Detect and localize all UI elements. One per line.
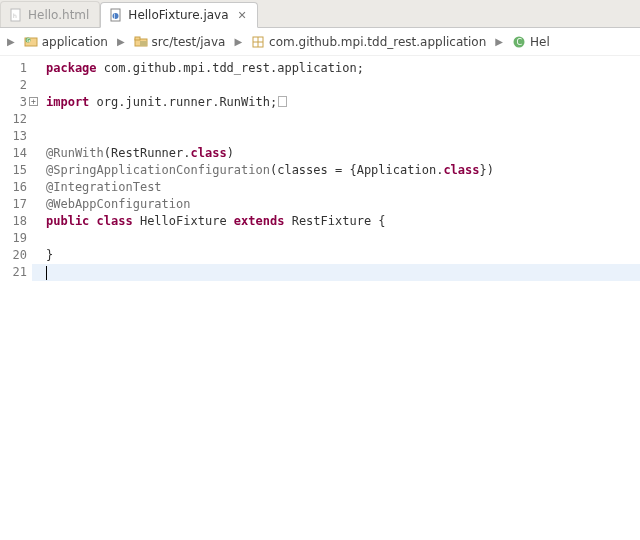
code-line[interactable]: @RunWith(RestRunner.class) [46, 145, 640, 162]
class-icon: C [512, 35, 526, 49]
folded-imports-indicator[interactable] [278, 96, 287, 107]
close-icon[interactable]: ✕ [238, 9, 247, 22]
chevron-right-icon[interactable]: ▶ [4, 36, 18, 47]
svg-rect-9 [135, 37, 140, 40]
code-line[interactable] [46, 77, 640, 94]
code-line[interactable] [46, 230, 640, 247]
svg-rect-10 [140, 41, 147, 46]
code-content[interactable]: package com.github.mpi.tdd_rest.applicat… [32, 56, 640, 540]
html-file-icon: h [9, 8, 23, 22]
code-editor[interactable]: 123+12131415161718192021 package com.git… [0, 56, 640, 540]
line-number: 18 [0, 213, 29, 230]
chevron-right-icon[interactable]: ▶ [231, 36, 245, 47]
line-number: 13 [0, 128, 29, 145]
tab-label: Hello.html [28, 8, 89, 22]
code-line[interactable]: public class HelloFixture extends RestFi… [46, 213, 640, 230]
tab-hello-html[interactable]: h Hello.html [0, 1, 100, 27]
code-line[interactable] [46, 111, 640, 128]
svg-text:h: h [13, 12, 17, 19]
tab-hellofixture-java[interactable]: J HelloFixture.java ✕ [100, 2, 257, 28]
code-line[interactable]: @SpringApplicationConfiguration(classes … [46, 162, 640, 179]
line-number: 15 [0, 162, 29, 179]
svg-text:C: C [516, 38, 522, 47]
svg-text:J: J [113, 12, 116, 20]
line-number: 2 [0, 77, 29, 94]
crumb-package[interactable]: com.github.mpi.tdd_rest.application [249, 33, 488, 51]
editor-tabs: h Hello.html J HelloFixture.java ✕ [0, 0, 640, 28]
svg-text:G: G [26, 37, 30, 43]
line-number: 14 [0, 145, 29, 162]
code-line[interactable]: @WebAppConfiguration [46, 196, 640, 213]
crumb-label: application [42, 35, 108, 49]
tab-label: HelloFixture.java [128, 8, 228, 22]
crumb-class[interactable]: C Hel [510, 33, 552, 51]
code-line[interactable]: @IntegrationTest [46, 179, 640, 196]
crumb-src-test-java[interactable]: src/test/java [132, 33, 228, 51]
line-number: 12 [0, 111, 29, 128]
package-icon [251, 35, 265, 49]
line-number: 21 [0, 264, 29, 281]
crumb-label: com.github.mpi.tdd_rest.application [269, 35, 486, 49]
line-number-gutter: 123+12131415161718192021 [0, 56, 32, 540]
line-number: 16 [0, 179, 29, 196]
chevron-right-icon[interactable]: ▶ [114, 36, 128, 47]
source-folder-icon [134, 35, 148, 49]
breadcrumb: ▶ G application ▶ src/test/java ▶ com.gi… [0, 28, 640, 56]
code-line[interactable]: } [46, 247, 640, 264]
crumb-label: Hel [530, 35, 550, 49]
line-number: 1 [0, 60, 29, 77]
code-line[interactable] [32, 264, 640, 281]
text-cursor [46, 266, 47, 280]
crumb-application[interactable]: G application [22, 33, 110, 51]
project-icon: G [24, 35, 38, 49]
line-number: 17 [0, 196, 29, 213]
code-line[interactable]: import org.junit.runner.RunWith; [46, 94, 640, 111]
line-number: 19 [0, 230, 29, 247]
code-line[interactable] [46, 128, 640, 145]
line-number: 20 [0, 247, 29, 264]
crumb-label: src/test/java [152, 35, 226, 49]
code-line[interactable]: package com.github.mpi.tdd_rest.applicat… [46, 60, 640, 77]
chevron-right-icon[interactable]: ▶ [492, 36, 506, 47]
java-file-icon: J [109, 8, 123, 22]
line-number: 3+ [0, 94, 29, 111]
